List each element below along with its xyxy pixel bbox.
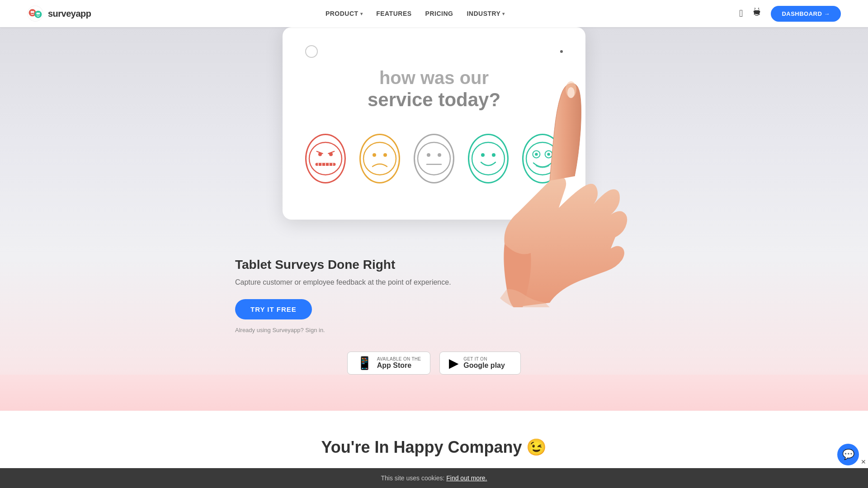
svg-point-20 (383, 153, 387, 157)
cookie-banner: This site uses cookies: Find out more. (0, 468, 868, 488)
section-description: Capture customer or employee feedback at… (235, 278, 868, 286)
google-play-text: GET IT ON Google play (463, 357, 505, 370)
emoji-neutral[interactable] (414, 134, 454, 183)
tablet-dot (560, 50, 563, 53)
pink-gradient-band (0, 375, 868, 411)
section-title: Tablet Surveys Done Right (235, 258, 868, 272)
emoji-sad[interactable] (359, 134, 400, 183)
svg-point-34 (567, 87, 575, 98)
store-badges-section: 📱 Available on the App Store ▶ GET IT ON… (0, 333, 868, 375)
chat-icon: 💬 (842, 449, 854, 460)
logo-area: surveyapp (27, 5, 91, 22)
svg-point-18 (363, 142, 396, 175)
logo-icon (27, 5, 43, 22)
happy-company-title: You're In Happy Company 😉 (0, 438, 868, 457)
nav-industry[interactable]: INDUSTRY ▾ (467, 10, 505, 17)
tablet-hand-wrapper: how was our service today? (0, 27, 868, 244)
dashboard-button[interactable]: DASHBOARD → (771, 6, 841, 22)
svg-point-19 (373, 153, 376, 157)
try-free-button[interactable]: TRY IT FREE (235, 299, 312, 319)
content-below-tablet: Tablet Surveys Done Right Capture custom… (0, 244, 868, 333)
svg-point-4 (32, 11, 34, 13)
android-icon[interactable] (752, 7, 762, 20)
nav-pricing[interactable]: PRICING (425, 10, 453, 17)
svg-point-7 (309, 142, 342, 175)
nav-product[interactable]: PRODUCT ▾ (326, 10, 363, 17)
chat-widget-button[interactable]: 💬 (837, 444, 859, 465)
logo-text: surveyapp (48, 9, 91, 19)
emoji-angry[interactable] (305, 134, 346, 183)
tablet-topbar (305, 45, 563, 58)
chevron-down-icon: ▾ (360, 11, 363, 16)
app-store-text: Available on the App Store (377, 357, 421, 370)
google-play-icon: ▶ (449, 356, 459, 371)
page-wrapper: how was our service today? (0, 0, 868, 488)
navbar-right:  DASHBOARD → (739, 6, 841, 22)
chevron-down-icon: ▾ (502, 11, 505, 16)
apple-store-icon: 📱 (357, 356, 373, 371)
sign-in-text: Already using Surveyapp? Sign in. (235, 327, 868, 333)
google-play-badge[interactable]: ▶ GET IT ON Google play (439, 352, 521, 375)
app-store-badge[interactable]: 📱 Available on the App Store (347, 352, 431, 375)
happy-company-section: You're In Happy Company 😉 (0, 411, 868, 475)
svg-point-2 (34, 11, 42, 18)
tablet-back-button[interactable] (305, 45, 318, 58)
apple-icon[interactable]:  (739, 8, 743, 19)
svg-point-22 (427, 153, 430, 157)
nav-features[interactable]: FEATURES (376, 10, 411, 17)
nav-center: PRODUCT ▾ FEATURES PRICING INDUSTRY ▾ (326, 10, 505, 17)
svg-point-6 (38, 13, 40, 15)
navbar: surveyapp PRODUCT ▾ FEATURES PRICING IND… (0, 0, 868, 27)
close-chat-button[interactable]: ✕ (861, 458, 866, 465)
wink-emoji: 😉 (526, 438, 547, 456)
svg-point-21 (418, 142, 450, 175)
hero-section: how was our service today? (0, 27, 868, 411)
svg-point-23 (438, 153, 441, 157)
cookie-link[interactable]: Find out more. (446, 474, 487, 482)
